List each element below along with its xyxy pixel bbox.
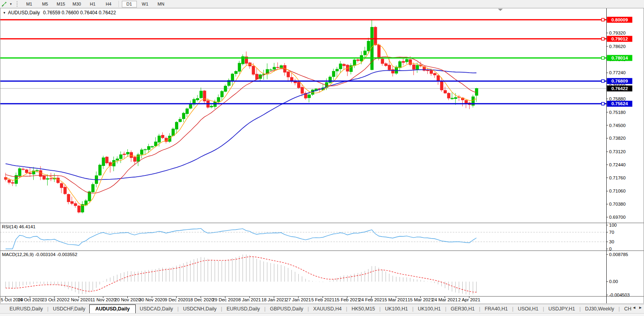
tab-scroll-arrows: ◄ ► — [632, 305, 642, 310]
tabs-scroll-left-icon[interactable]: ◄ — [632, 305, 636, 310]
tab-eurusd-daily[interactable]: EURUSD,Daily — [223, 305, 264, 312]
price-tick-label: 0.75180 — [609, 110, 626, 115]
timeframe-button-W1[interactable]: W1 — [138, 1, 153, 8]
date-tick-label: 5 Mar 2021 — [384, 297, 408, 302]
timeframe-button-M15[interactable]: M15 — [54, 1, 69, 8]
date-tick-label: 15 Feb 2021 — [334, 297, 360, 302]
date-tick-label: 30 Nov 2020 — [139, 297, 165, 302]
tab-scrollbar-strip[interactable] — [0, 313, 644, 316]
date-axis: 5 Oct 202014 Oct 202023 Oct 20202 Nov 20… — [1, 297, 480, 302]
date-tick-label: 18 Jan 2021 — [261, 297, 286, 302]
price-tick-label: 0.75880 — [609, 96, 626, 101]
price-tick-label: 0.74500 — [609, 123, 626, 128]
level-line-handle — [602, 80, 604, 83]
timeframe-button-D1[interactable]: D1 — [122, 1, 137, 8]
price-tick-label: 0.71060 — [609, 189, 626, 193]
macd-indicator-label: MACD(12,26,9) -0.003104 -0.003552 — [2, 252, 77, 257]
date-tick-label: 15 Mar 2021 — [408, 297, 433, 302]
date-tick-label: 24 Feb 2021 — [359, 297, 384, 302]
price-tick-label: 0.69700 — [609, 215, 626, 220]
timeframe-button-MN[interactable]: MN — [154, 1, 169, 8]
price-tick-label: 0.73120 — [609, 149, 626, 154]
macd-tick-label: 0.00 — [609, 279, 618, 284]
date-tick-label: 24 Mar 2021 — [432, 297, 458, 302]
tabs-scroll-right-icon[interactable]: ► — [638, 305, 642, 310]
toolbar-tool-group: ▾ — [0, 0, 13, 8]
date-tick-label: 9 Dec 2020 — [165, 297, 188, 302]
date-tick-label: 11 Nov 2020 — [90, 297, 116, 302]
rsi-tick-label: 30 — [609, 239, 614, 244]
level-0.80009-badge-label: 0.80009 — [611, 17, 628, 22]
tab-usdjpy-h1[interactable]: USDJPY,H1 — [544, 305, 579, 312]
timeframe-button-H1[interactable]: H1 — [85, 1, 100, 8]
level-0.79012-badge-label: 0.79012 — [611, 37, 628, 41]
toolbar: ▾ M1M5M15M30H1H4D1W1MN — [0, 0, 644, 8]
date-tick-label: 5 Feb 2021 — [311, 297, 334, 302]
tab-xauusd-h4[interactable]: XAUUSD,H4 — [309, 305, 346, 312]
current-price-badge-label: 0.76422 — [611, 86, 628, 91]
tab-uk100-h1[interactable]: UK100,H1 — [381, 305, 412, 312]
level-0.76809-badge-label: 0.76809 — [611, 79, 628, 83]
timeframe-button-H4[interactable]: H4 — [101, 1, 116, 8]
toolbar-drag-handle[interactable] — [17, 1, 19, 7]
chart-ohlc-values: 0.76559 0.76600 0.76404 0.76422 — [43, 10, 116, 15]
tab-usdchf-daily[interactable]: USDCHF,Daily — [49, 305, 89, 312]
tab-hk50-m15[interactable]: HK50,M15 — [348, 305, 379, 312]
tab-dj30-weekly[interactable]: DJ30,Weekly — [581, 305, 618, 312]
date-tick-label: 14 Oct 2020 — [17, 297, 42, 302]
timeframe-button-M1[interactable]: M1 — [22, 1, 37, 8]
crosshair-tool-icon[interactable] — [0, 1, 8, 7]
tab-fra40-h1[interactable]: FRA40,H1 — [481, 305, 511, 312]
tab-usoil-h1[interactable]: USOil,H1 — [514, 305, 542, 312]
rsi-indicator-label: RSI(14) 46.4141 — [2, 224, 35, 229]
toolbar-dropdown-caret-icon[interactable]: ▾ — [8, 1, 13, 7]
level-0.75624-badge-label: 0.75624 — [611, 101, 628, 106]
price-tick-label: 0.79320 — [609, 31, 626, 35]
macd-tick-label: -0.004503 — [609, 293, 630, 297]
timeframe-button-M30[interactable]: M30 — [69, 1, 85, 8]
tab-gbpusd-daily[interactable]: GBPUSD,Daily — [266, 305, 307, 312]
price-tick-label: 0.73820 — [609, 136, 626, 141]
tab-usdcnh-daily[interactable]: USDCNH,Daily — [179, 305, 221, 312]
date-tick-label: 27 Jan 2021 — [286, 297, 311, 302]
date-tick-label: 20 Nov 2020 — [115, 297, 140, 302]
tab-usdcad-daily[interactable]: USDCAD,Daily — [136, 305, 177, 312]
level-line-handle — [602, 37, 604, 40]
chart-canvas[interactable]: 0.793200.786200.779400.772400.765600.758… — [0, 0, 644, 304]
date-tick-label: 2 Nov 2020 — [67, 297, 90, 302]
price-tick-label: 0.71760 — [609, 175, 626, 180]
chart-title: ▼AUDUSD,Daily0.76559 0.76600 0.76404 0.7… — [3, 10, 116, 15]
level-line-handle — [602, 57, 604, 60]
macd-tick-label: 0.008785 — [609, 252, 628, 257]
rsi-tick-label: 0 — [609, 247, 611, 251]
date-tick-label: 8 Jan 2021 — [238, 297, 261, 302]
level-0.78014-badge-label: 0.78014 — [611, 56, 628, 60]
collapse-chart-icon[interactable]: ▼ — [3, 11, 6, 15]
price-tick-label: 0.77240 — [609, 70, 626, 75]
price-tick-label: 0.72440 — [609, 162, 626, 167]
level-line-handle — [602, 18, 604, 21]
rsi-tick-label: 100 — [609, 223, 617, 227]
timeframe-button-group: M1M5M15M30H1H4D1W1MN — [21, 0, 169, 8]
chart-symbol-label: AUDUSD,Daily — [8, 10, 40, 15]
tab-ger30-h1[interactable]: GER30,H1 — [447, 305, 479, 312]
price-tick-label: 0.78620 — [609, 44, 626, 49]
tab-eurusd-daily[interactable]: EURUSD,Daily — [6, 305, 47, 312]
tab-china300-h1[interactable]: CHINA300,H1 — [620, 305, 632, 312]
date-tick-label: 29 Dec 2020 — [212, 297, 238, 302]
level-line-handle — [602, 102, 604, 105]
date-tick-label: 23 Oct 2020 — [42, 297, 67, 302]
chart-tab-bar: EURUSD,Daily|USDCHF,DailyAUDUSD,DailyUSD… — [0, 304, 644, 316]
trading-terminal: ▾ M1M5M15M30H1H4D1W1MN 0.793200.786200.7… — [0, 0, 644, 316]
tab-uk100-h1[interactable]: UK100,H1 — [414, 305, 445, 312]
tab-audusd-daily[interactable]: AUDUSD,Daily — [89, 304, 136, 313]
rsi-tick-label: 70 — [609, 230, 614, 235]
date-tick-label: 18 Dec 2020 — [188, 297, 213, 302]
date-tick-label: 2 Apr 2021 — [458, 297, 481, 302]
chart-tabs: EURUSD,Daily|USDCHF,DailyAUDUSD,DailyUSD… — [0, 304, 632, 313]
price-tick-label: 0.70380 — [609, 202, 626, 206]
timeframe-button-M5[interactable]: M5 — [38, 1, 53, 8]
toolbar-divider — [119, 1, 119, 7]
